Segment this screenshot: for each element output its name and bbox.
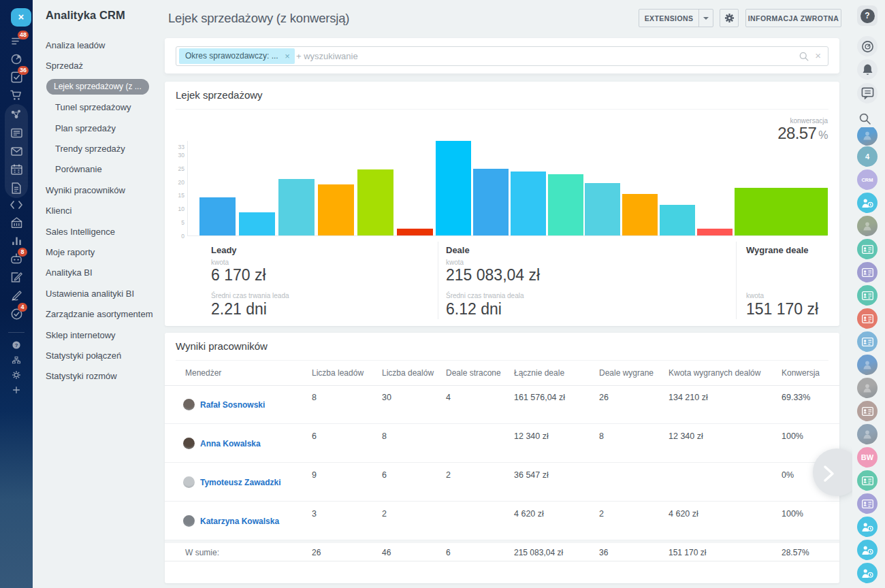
photo-avatar[interactable] — [857, 125, 878, 146]
menu-close-button[interactable]: × — [11, 8, 31, 27]
photo-avatar[interactable] — [857, 424, 878, 444]
funnel-bar[interactable] — [239, 212, 275, 235]
funnel-bar[interactable] — [473, 169, 509, 235]
photo-avatar[interactable] — [857, 216, 878, 236]
doc-edit-icon[interactable] — [0, 270, 33, 284]
sidebar-item-active[interactable]: Lejek sprzedażowy (z ... — [46, 79, 149, 95]
table-row[interactable]: 96236 547 zł0%Tymoteusz Zawadzki — [165, 463, 839, 502]
mail-icon[interactable] — [0, 144, 33, 158]
funnel-bar[interactable] — [278, 179, 315, 235]
pen-icon[interactable] — [0, 289, 33, 302]
cart-icon[interactable] — [0, 88, 33, 102]
sidebar-item[interactable]: Zarządzanie asortymentem — [46, 307, 153, 322]
chat-icon[interactable] — [857, 83, 878, 103]
crm-target-icon[interactable] — [0, 52, 33, 66]
funnel-bar[interactable] — [318, 184, 354, 235]
funnel-bar[interactable] — [585, 183, 620, 235]
sidebar-item[interactable]: Sales Intelligence — [46, 225, 115, 240]
settings-button[interactable] — [720, 9, 739, 27]
sidebar-item[interactable]: Sprzedaż — [46, 59, 83, 74]
employee[interactable]: Rafał Sosnowski — [183, 399, 265, 410]
robot-icon[interactable] — [0, 252, 33, 265]
sidebar-item[interactable]: Moje raporty — [46, 245, 95, 260]
help-icon[interactable]: ? — [3, 340, 29, 350]
extensions-dropdown[interactable] — [699, 17, 713, 20]
sidebar-item[interactable]: Trendy sprzedaży — [55, 142, 125, 157]
gear-icon[interactable] — [3, 370, 29, 380]
column-header[interactable]: Konwersja — [782, 368, 820, 378]
chat-avatar-crm[interactable]: CRM — [857, 169, 878, 190]
sidebar-item[interactable]: Porównanie — [55, 162, 102, 177]
chip-close-icon[interactable]: × — [285, 48, 290, 64]
funnel-bar[interactable] — [436, 141, 471, 235]
table-row[interactable]: 8304161 576,04 zł26134 210 zł69.33%Rafał… — [165, 385, 839, 424]
table-row[interactable]: 324 620 zł24 620 zł100%Katarzyna Kowalsk… — [165, 502, 839, 540]
sidebar-item[interactable]: Wyniki pracowników — [46, 183, 125, 198]
column-header[interactable]: Łącznie deale — [514, 368, 564, 378]
photo-avatar[interactable] — [857, 378, 878, 398]
employee[interactable]: Katarzyna Kowalska — [183, 515, 279, 527]
extensions-button[interactable]: EXTENSIONS — [639, 9, 713, 27]
sidebar-item[interactable]: Sklep internetowy — [46, 328, 116, 343]
funnel-bar[interactable] — [548, 174, 583, 235]
column-header[interactable]: Liczba dealów — [382, 368, 434, 378]
column-header[interactable]: Menedżer — [185, 368, 221, 378]
employee-name-link[interactable]: Tymoteusz Zawadzki — [200, 478, 280, 487]
person-clock-avatar[interactable] — [857, 193, 878, 213]
chat-avatar-4[interactable]: 4 — [857, 146, 878, 167]
employee-name-link[interactable]: Anna Kowalska — [200, 439, 261, 448]
share-icon[interactable] — [0, 108, 33, 121]
funnel-bar[interactable] — [622, 194, 658, 235]
contact-card-avatar[interactable] — [857, 493, 878, 514]
column-header[interactable]: Deale wygrane — [599, 368, 654, 378]
sidebar-item[interactable]: Tunel sprzedażowy — [55, 100, 131, 115]
funnel-bar[interactable] — [199, 197, 236, 235]
person-clock-avatar[interactable] — [857, 563, 878, 583]
employee-name-link[interactable]: Katarzyna Kowalska — [200, 517, 279, 526]
plus-icon[interactable] — [3, 385, 29, 395]
contact-card-avatar[interactable] — [857, 285, 878, 306]
person-clock-avatar[interactable] — [857, 517, 878, 537]
funnel-bar[interactable] — [511, 172, 546, 235]
filter-chip[interactable]: Okres sprawozdawczy: ...× — [179, 48, 295, 64]
column-header[interactable]: Liczba leadów — [312, 368, 364, 378]
help-button[interactable]: ? — [857, 5, 878, 26]
news-icon[interactable] — [0, 126, 33, 140]
person-clock-avatar[interactable] — [857, 540, 878, 560]
sidebar-item[interactable]: Statystyki połączeń — [46, 348, 121, 363]
contact-card-avatar[interactable] — [857, 331, 878, 352]
code-icon[interactable] — [0, 198, 33, 212]
bar-chart-icon[interactable] — [0, 233, 33, 247]
funnel-bar[interactable] — [735, 188, 828, 235]
check-circle-icon[interactable] — [0, 307, 33, 321]
contact-card-avatar[interactable] — [857, 262, 878, 282]
bell-icon[interactable] — [857, 59, 878, 80]
sidebar-item[interactable]: Statystyki rozmów — [46, 369, 117, 384]
funnel-bar[interactable] — [660, 205, 695, 235]
search-input[interactable]: Okres sprawozdawczy: ...× + wyszukiwanie… — [176, 46, 828, 66]
sidebar-item[interactable]: Ustawienia analityki BI — [46, 287, 134, 301]
rail-search-icon[interactable] — [859, 113, 871, 127]
photo-avatar[interactable] — [857, 355, 878, 375]
clear-search-icon[interactable]: × — [815, 47, 821, 65]
table-row[interactable]: 6812 340 zł812 340 zł100%Anna Kowalska — [165, 424, 839, 463]
sidebar-item[interactable]: Plan sprzedaży — [55, 121, 116, 136]
funnel-bar[interactable] — [397, 229, 433, 235]
column-header[interactable]: Kwota wygranych dealów — [669, 368, 760, 378]
sitemap-icon[interactable] — [3, 355, 29, 365]
timer-icon[interactable] — [857, 36, 878, 56]
sidebar-item[interactable]: Klienci — [46, 203, 71, 218]
employee-name-link[interactable]: Rafał Sosnowski — [200, 400, 265, 410]
company-icon[interactable] — [0, 216, 33, 229]
chat-avatar-bw[interactable]: BW — [857, 447, 878, 468]
sidebar-item[interactable]: Analiza leadów — [46, 38, 105, 53]
contact-card-avatar[interactable] — [857, 470, 878, 491]
funnel-bar[interactable] — [697, 229, 733, 235]
funnel-bar[interactable] — [357, 169, 393, 235]
contact-card-avatar[interactable] — [857, 239, 878, 259]
column-header[interactable]: Deale stracone — [446, 368, 501, 378]
contact-card-avatar[interactable] — [857, 308, 878, 329]
search-icon[interactable] — [799, 52, 809, 64]
feedback-button[interactable]: INFORMACJA ZWROTNA — [745, 9, 841, 27]
document-icon[interactable] — [0, 181, 33, 195]
